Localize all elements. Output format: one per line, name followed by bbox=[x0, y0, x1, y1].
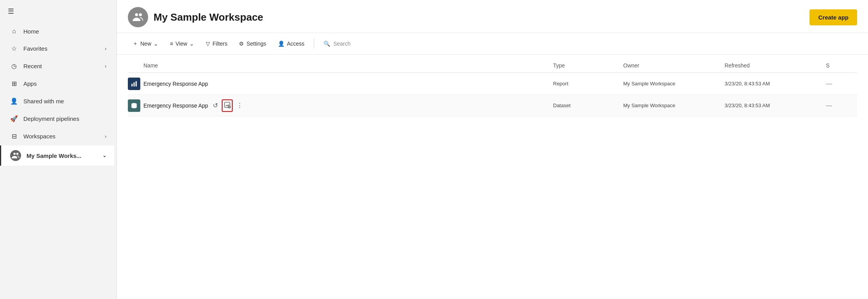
sidebar-item-recent[interactable]: ◷ Recent › bbox=[2, 58, 114, 74]
search-icon: 🔍 bbox=[324, 41, 330, 47]
home-icon: ⌂ bbox=[10, 28, 18, 35]
table-row: Emergency Response App ↺ ⋮ bbox=[128, 95, 857, 117]
col-name: Name bbox=[143, 62, 553, 69]
sidebar-item-label: Workspaces bbox=[23, 133, 55, 140]
svg-rect-5 bbox=[134, 82, 135, 87]
sidebar-item-favorites[interactable]: ☆ Favorites › bbox=[2, 40, 114, 57]
view-icon: ≡ bbox=[170, 41, 173, 47]
workspace-avatar bbox=[10, 150, 21, 161]
toolbar-divider bbox=[314, 39, 314, 48]
settings-label: Settings bbox=[246, 41, 266, 47]
item-report-icon bbox=[128, 78, 140, 90]
workspace-icon bbox=[128, 7, 148, 27]
col-s: S bbox=[826, 62, 857, 69]
table-header: Name Type Owner Refreshed S bbox=[128, 58, 857, 73]
content-area: Name Type Owner Refreshed S Emergency Re… bbox=[117, 55, 868, 299]
workspace-people-icon bbox=[132, 11, 144, 23]
svg-point-0 bbox=[14, 153, 16, 155]
sidebar-item-label: My Sample Works... bbox=[27, 152, 81, 159]
create-app-button[interactable]: Create app bbox=[810, 9, 857, 25]
svg-point-3 bbox=[139, 13, 142, 16]
item-s-report: — bbox=[826, 80, 857, 87]
access-button[interactable]: 👤 Access bbox=[273, 37, 309, 50]
item-dataset-icon bbox=[128, 99, 140, 112]
filter-icon: ▽ bbox=[206, 41, 210, 47]
hamburger-icon: ☰ bbox=[8, 7, 14, 15]
item-owner-report: My Sample Workspace bbox=[623, 81, 725, 87]
person-icon: 👤 bbox=[278, 41, 285, 47]
database-icon bbox=[131, 102, 138, 109]
sidebar-item-label: Shared with me bbox=[23, 98, 64, 104]
svg-point-1 bbox=[16, 153, 19, 155]
chevron-down-icon: ⌄ bbox=[103, 153, 106, 158]
create-report-icon bbox=[224, 101, 231, 108]
workspace-title-area: My Sample Workspace bbox=[128, 7, 263, 27]
deployment-icon: 🚀 bbox=[10, 115, 18, 122]
search-placeholder: Search bbox=[333, 41, 350, 47]
sidebar-item-mysample[interactable]: My Sample Works... ⌄ bbox=[0, 145, 114, 166]
sidebar-item-label: Home bbox=[23, 28, 39, 35]
sidebar-item-shared[interactable]: 👤 Shared with me bbox=[2, 93, 114, 110]
item-s-dataset: — bbox=[826, 102, 857, 109]
workspace-title: My Sample Workspace bbox=[154, 11, 263, 23]
create-report-button[interactable] bbox=[222, 99, 233, 112]
table-row: Emergency Response App Report My Sample … bbox=[128, 73, 857, 95]
sidebar-item-label: Apps bbox=[23, 80, 37, 87]
chevron-down-icon: ⌄ bbox=[189, 41, 194, 47]
view-label: View bbox=[175, 41, 187, 47]
chevron-right-icon: › bbox=[105, 64, 106, 69]
new-button[interactable]: ＋ New ⌄ bbox=[128, 37, 163, 50]
new-label: New bbox=[140, 41, 151, 47]
main-content: My Sample Workspace Create app ＋ New ⌄ ≡… bbox=[117, 0, 868, 299]
sidebar-item-label: Deployment pipelines bbox=[23, 115, 79, 122]
sidebar-item-label: Favorites bbox=[23, 45, 48, 52]
search-area[interactable]: 🔍 Search bbox=[319, 37, 355, 50]
item-name-label: Emergency Response App bbox=[143, 103, 208, 109]
sidebar-item-apps[interactable]: ⊞ Apps bbox=[2, 75, 114, 92]
plus-icon: ＋ bbox=[133, 40, 138, 47]
settings-button[interactable]: ⚙ Settings bbox=[234, 37, 271, 50]
item-name-report: Emergency Response App bbox=[143, 81, 553, 87]
col-type: Type bbox=[553, 62, 623, 69]
sidebar: ☰ ⌂ Home ☆ Favorites › ◷ Recent › ⊞ Apps… bbox=[0, 0, 117, 299]
toolbar: ＋ New ⌄ ≡ View ⌄ ▽ Filters ⚙ Settings 👤 … bbox=[117, 33, 868, 55]
sidebar-item-workspaces[interactable]: ⊟ Workspaces › bbox=[2, 128, 114, 145]
item-type-dataset: Dataset bbox=[553, 103, 623, 108]
filters-button[interactable]: ▽ Filters bbox=[201, 37, 232, 50]
people-icon bbox=[11, 151, 20, 160]
svg-rect-6 bbox=[136, 81, 137, 87]
sidebar-item-home[interactable]: ⌂ Home bbox=[2, 23, 114, 39]
chevron-right-icon: › bbox=[105, 134, 106, 139]
workspace-header: My Sample Workspace Create app bbox=[117, 0, 868, 33]
settings-icon: ⚙ bbox=[239, 41, 244, 47]
hamburger-menu-button[interactable]: ☰ bbox=[0, 0, 117, 23]
chevron-right-icon: › bbox=[105, 46, 106, 51]
item-refreshed-dataset: 3/23/20, 8:43:53 AM bbox=[725, 103, 826, 108]
chevron-down-icon: ⌄ bbox=[154, 41, 158, 47]
item-name-dataset: Emergency Response App ↺ ⋮ bbox=[143, 99, 553, 112]
access-label: Access bbox=[287, 41, 304, 47]
recent-icon: ◷ bbox=[10, 62, 18, 70]
sidebar-item-label: Recent bbox=[23, 63, 42, 69]
apps-icon: ⊞ bbox=[10, 80, 18, 87]
item-actions: ↺ ⋮ bbox=[211, 99, 244, 112]
workspaces-icon: ⊟ bbox=[10, 133, 18, 140]
item-owner-dataset: My Sample Workspace bbox=[623, 103, 725, 108]
more-options-button[interactable]: ⋮ bbox=[235, 100, 244, 111]
svg-point-2 bbox=[135, 13, 138, 16]
item-name-label: Emergency Response App bbox=[143, 81, 208, 87]
sidebar-item-deployment[interactable]: 🚀 Deployment pipelines bbox=[2, 110, 114, 127]
col-icon bbox=[128, 62, 143, 69]
refresh-button[interactable]: ↺ bbox=[211, 100, 219, 111]
filters-label: Filters bbox=[212, 41, 227, 47]
shared-icon: 👤 bbox=[10, 97, 18, 105]
item-refreshed-report: 3/23/20, 8:43:53 AM bbox=[725, 81, 826, 87]
col-owner: Owner bbox=[623, 62, 725, 69]
col-refreshed: Refreshed bbox=[725, 62, 826, 69]
view-button[interactable]: ≡ View ⌄ bbox=[165, 37, 199, 50]
svg-rect-4 bbox=[131, 84, 133, 87]
item-type-report: Report bbox=[553, 81, 623, 87]
bar-chart-icon bbox=[131, 80, 138, 87]
favorites-icon: ☆ bbox=[10, 45, 18, 52]
